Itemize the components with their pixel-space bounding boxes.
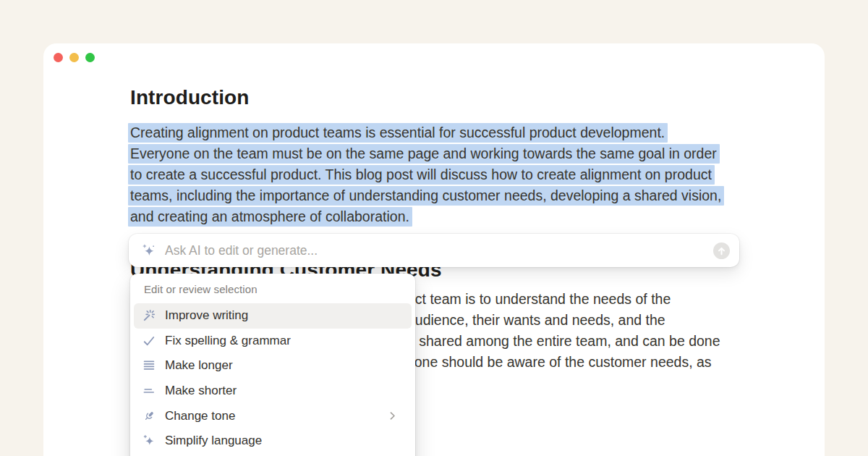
- menu-item-label: Fix spelling & grammar: [165, 334, 291, 348]
- menu-section-label: Edit or review selection: [144, 283, 415, 295]
- menu-item-label: Make longer: [165, 358, 233, 373]
- body-text-line: uct team is to understand the needs of t…: [407, 289, 720, 310]
- menu-item-make-shorter[interactable]: Make shorter: [130, 379, 415, 404]
- menu-item-make-longer[interactable]: Make longer: [130, 353, 415, 379]
- selected-text-line: Creating alignment on product teams is e…: [130, 122, 724, 143]
- microphone-icon: [142, 409, 156, 423]
- screenshot-root: Introduction Creating alignment on produ…: [0, 0, 868, 456]
- selected-text-line: and creating an atmosphere of collaborat…: [130, 206, 724, 227]
- body-text-line: e shared among the entire team, and can …: [407, 331, 720, 352]
- selected-text-line: to create a successful product. This blo…: [130, 164, 724, 185]
- ai-actions-menu: Edit or review selection Improve writing…: [130, 274, 415, 456]
- menu-item-label: Change tone: [165, 409, 235, 423]
- menu-item-improve-writing[interactable]: Improve writing: [134, 303, 412, 329]
- ai-prompt-bar[interactable]: [129, 234, 739, 267]
- sparkle-icon: [142, 434, 156, 448]
- selected-paragraph: Creating alignment on product teams is e…: [130, 122, 724, 227]
- text-selection-highlight: Everyone on the team must be on the same…: [128, 144, 720, 164]
- selected-text-line: teams, including the importance of under…: [130, 185, 724, 206]
- body-paragraph: uct team is to understand the needs of t…: [407, 289, 720, 373]
- page-title: Introduction: [130, 85, 250, 110]
- text-selection-highlight: to create a successful product. This blo…: [128, 165, 715, 185]
- menu-item-label: Improve writing: [165, 308, 248, 323]
- menu-item-simplify-language[interactable]: Simplify language: [130, 428, 415, 454]
- lines-long-icon: [142, 358, 156, 373]
- menu-item-label: Make shorter: [165, 384, 237, 398]
- menu-item-fix-spelling-grammar[interactable]: Fix spelling & grammar: [130, 329, 415, 354]
- ai-sparkle-icon: [141, 243, 156, 258]
- lines-short-icon: [142, 384, 156, 398]
- text-selection-highlight: teams, including the importance of under…: [128, 186, 724, 206]
- menu-item-label: Simplify language: [165, 434, 262, 448]
- minimize-window-button[interactable]: [69, 53, 79, 62]
- text-selection-highlight: Creating alignment on product teams is e…: [128, 123, 668, 143]
- chevron-right-icon: [386, 410, 399, 422]
- checkmark-icon: [142, 334, 156, 348]
- ai-prompt-input[interactable]: [165, 243, 705, 258]
- close-window-button[interactable]: [54, 53, 63, 62]
- selected-text-line: Everyone on the team must be on the same…: [130, 143, 724, 164]
- body-text-line: audience, their wants and needs, and the: [407, 310, 720, 331]
- body-text-line: yone should be aware of the customer nee…: [407, 352, 720, 373]
- zoom-window-button[interactable]: [85, 53, 95, 62]
- text-selection-highlight: and creating an atmosphere of collaborat…: [128, 207, 412, 227]
- menu-item-change-tone[interactable]: Change tone: [130, 403, 415, 428]
- arrow-up-icon: [713, 242, 730, 259]
- magic-wand-icon: [142, 308, 156, 323]
- submit-prompt-button[interactable]: [713, 242, 730, 259]
- app-window: Introduction Creating alignment on produ…: [43, 43, 825, 456]
- window-controls: [54, 53, 95, 62]
